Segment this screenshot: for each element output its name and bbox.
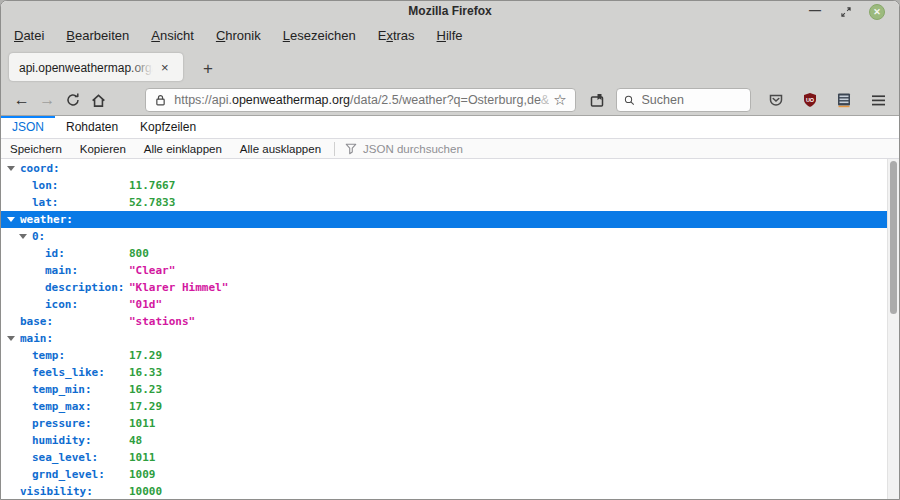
json-row-lat[interactable]: lat:52.7833	[1, 194, 887, 211]
json-row-main[interactable]: main:	[1, 330, 887, 347]
json-key: main:	[20, 332, 53, 345]
firefox-window: Mozilla Firefox — ✕ DateiBearbeitenAnsic…	[0, 0, 900, 500]
reload-button[interactable]	[60, 88, 86, 112]
json-viewer-toolbar: SpeichernKopierenAlle einklappenAlle aus…	[1, 139, 899, 159]
window-controls: — ✕	[807, 1, 885, 23]
json-key: lat:	[32, 196, 59, 209]
home-button[interactable]	[86, 88, 112, 112]
filter-placeholder: JSON durchsuchen	[363, 143, 463, 155]
json-row-0[interactable]: 0:	[1, 228, 887, 245]
tab-title-wrap: api.openweathermap.org/data/	[19, 58, 153, 76]
expand-triangle-icon[interactable]	[7, 166, 15, 171]
json-value: "stations"	[129, 315, 195, 328]
search-icon	[624, 94, 635, 107]
json-row-description[interactable]: description:"Klarer Himmel"	[1, 279, 887, 296]
toolbar-button-alle-einklappen[interactable]: Alle einklappen	[135, 139, 231, 158]
expand-triangle-icon[interactable]	[19, 234, 27, 239]
bookmark-star-icon[interactable]: ☆	[553, 91, 566, 109]
menu-item-ansicht[interactable]: Ansicht	[140, 26, 205, 45]
menu-item-lesezeichen[interactable]: Lesezeichen	[272, 26, 367, 45]
toolbar-right-icons: UO	[763, 88, 891, 112]
json-key: sea_level:	[32, 451, 98, 464]
json-value: 1011	[129, 451, 156, 464]
json-row-grnd_level[interactable]: grnd_level:1009	[1, 466, 887, 483]
json-key: base:	[20, 315, 53, 328]
json-row-temp_max[interactable]: temp_max:17.29	[1, 398, 887, 415]
viewer-tab-rohdaten[interactable]: Rohdaten	[55, 116, 129, 138]
menu-item-datei[interactable]: Datei	[3, 26, 55, 45]
json-row-pressure[interactable]: pressure:1011	[1, 415, 887, 432]
toolbar-button-speichern[interactable]: Speichern	[1, 139, 71, 158]
hamburger-menu-icon[interactable]	[865, 88, 891, 112]
json-value: 16.33	[129, 366, 162, 379]
json-key: visibility:	[20, 485, 93, 498]
url-text: https://api.openweathermap.org/data/2.5/…	[174, 93, 549, 107]
json-filter-input[interactable]: JSON durchsuchen	[339, 139, 899, 158]
navigation-toolbar: ← → https://api.openweathermap.org/data/…	[1, 85, 899, 116]
url-bar[interactable]: https://api.openweathermap.org/data/2.5/…	[145, 88, 575, 112]
toolbar-button-kopieren[interactable]: Kopieren	[71, 139, 135, 158]
json-value: "Clear"	[129, 264, 175, 277]
scrollbar[interactable]	[887, 159, 899, 499]
json-key: main:	[45, 264, 78, 277]
extension-list-icon[interactable]	[831, 88, 857, 112]
json-key: weather:	[20, 213, 73, 226]
minimize-button[interactable]: —	[807, 4, 823, 20]
forward-button[interactable]: →	[35, 88, 61, 112]
json-key: humidity:	[32, 434, 92, 447]
json-row-weather[interactable]: weather:	[1, 211, 887, 228]
json-content: coord:lon:11.7667lat:52.7833weather:0:id…	[1, 159, 899, 499]
menu-item-bearbeiten[interactable]: Bearbeiten	[55, 26, 140, 45]
json-key: coord:	[20, 162, 60, 175]
json-value: 1011	[129, 417, 156, 430]
search-bar[interactable]	[616, 88, 751, 112]
json-key: temp_min:	[32, 383, 92, 396]
tab-bar: api.openweathermap.org/data/ × +	[1, 47, 899, 85]
json-viewer-tabs: JSONRohdatenKopfzeilen	[1, 116, 899, 139]
json-key: feels_like:	[32, 366, 105, 379]
json-row-main[interactable]: main:"Clear"	[1, 262, 887, 279]
json-key: icon:	[45, 298, 78, 311]
lock-icon	[154, 93, 167, 107]
tab-title: api.openweathermap.org/data/	[19, 61, 153, 75]
json-row-temp_min[interactable]: temp_min:16.23	[1, 381, 887, 398]
json-value: 800	[129, 247, 149, 260]
json-row-humidity[interactable]: humidity:48	[1, 432, 887, 449]
restore-button[interactable]	[838, 4, 854, 20]
new-tab-button[interactable]: +	[197, 59, 219, 81]
json-key: lon:	[32, 179, 59, 192]
library-icon[interactable]	[585, 88, 609, 112]
browser-tab[interactable]: api.openweathermap.org/data/ ×	[9, 53, 183, 81]
json-value: 17.29	[129, 349, 162, 362]
menu-item-chronik[interactable]: Chronik	[205, 26, 272, 45]
menu-item-hilfe[interactable]: Hilfe	[426, 26, 474, 45]
svg-text:UO: UO	[806, 97, 815, 103]
viewer-tab-kopfzeilen[interactable]: Kopfzeilen	[129, 116, 207, 138]
scrollbar-thumb[interactable]	[890, 161, 897, 314]
toolbar-button-alle-ausklappen[interactable]: Alle ausklappen	[231, 139, 330, 158]
json-row-visibility[interactable]: visibility:10000	[1, 483, 887, 499]
pocket-icon[interactable]	[763, 88, 789, 112]
expand-triangle-icon[interactable]	[7, 217, 15, 222]
viewer-tab-json[interactable]: JSON	[1, 116, 55, 138]
json-value: 52.7833	[129, 196, 175, 209]
json-row-feels_like[interactable]: feels_like:16.33	[1, 364, 887, 381]
json-row-coord[interactable]: coord:	[1, 160, 887, 177]
tab-close-icon[interactable]: ×	[157, 60, 173, 75]
menu-item-extras[interactable]: Extras	[367, 26, 426, 45]
search-input[interactable]	[642, 93, 744, 107]
ublock-origin-icon[interactable]: UO	[797, 88, 823, 112]
json-key: description:	[45, 281, 124, 294]
json-row-icon[interactable]: icon:"01d"	[1, 296, 887, 313]
back-button[interactable]: ←	[9, 88, 35, 112]
json-value: 17.29	[129, 400, 162, 413]
filter-funnel-icon	[345, 143, 357, 155]
json-row-lon[interactable]: lon:11.7667	[1, 177, 887, 194]
json-row-sea_level[interactable]: sea_level:1011	[1, 449, 887, 466]
json-row-id[interactable]: id:800	[1, 245, 887, 262]
expand-triangle-icon[interactable]	[7, 336, 15, 341]
json-row-temp[interactable]: temp:17.29	[1, 347, 887, 364]
json-row-base[interactable]: base:"stations"	[1, 313, 887, 330]
close-button[interactable]: ✕	[869, 4, 885, 20]
menubar: DateiBearbeitenAnsichtChronikLesezeichen…	[1, 23, 899, 47]
